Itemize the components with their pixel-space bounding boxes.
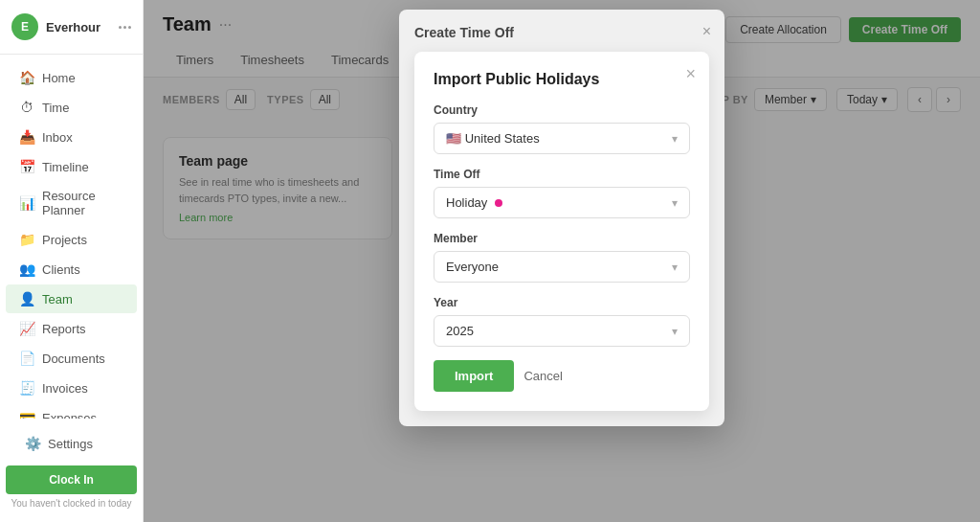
sidebar-item-home[interactable]: 🏠Home [6, 63, 137, 92]
sidebar-item-label: Team [42, 292, 73, 306]
country-select[interactable]: 🇺🇸 United States ▾ [434, 123, 690, 154]
sidebar-item-label: Clients [42, 262, 80, 277]
sidebar-item-projects[interactable]: 📁Projects [6, 225, 137, 254]
sidebar-item-reports[interactable]: 📈Reports [6, 314, 137, 343]
modal-actions: Import Cancel [434, 360, 690, 392]
sidebar-bottom: ⚙️ Settings Clock In You haven't clocked… [0, 419, 143, 522]
sidebar-item-label: Projects [42, 233, 87, 247]
expenses-icon: 💳 [19, 410, 34, 419]
sidebar-item-documents[interactable]: 📄Documents [6, 344, 137, 373]
sidebar: E Everhour 🏠Home⏱Time📥Inbox📅Timeline📊Res… [0, 0, 144, 522]
sidebar-item-invoices[interactable]: 🧾Invoices [6, 374, 137, 402]
chevron-down-icon: ▾ [672, 196, 678, 210]
sidebar-item-team[interactable]: 👤Team [6, 284, 137, 313]
sidebar-item-resource-planner[interactable]: 📊Resource Planner [6, 182, 137, 224]
home-icon: 🏠 [19, 70, 34, 85]
time-icon: ⏱ [19, 100, 34, 115]
sidebar-item-label: Time [42, 101, 69, 115]
time-off-label: Time Off [434, 168, 690, 181]
member-form-group: Member Everyone ▾ [434, 232, 690, 283]
country-value: 🇺🇸 United States [446, 131, 540, 146]
member-label: Member [434, 232, 690, 245]
member-value: Everyone [446, 260, 499, 274]
member-select[interactable]: Everyone ▾ [434, 251, 690, 283]
sidebar-item-timeline[interactable]: 📅Timeline [6, 152, 137, 181]
sidebar-logo: E Everhour [0, 0, 143, 55]
create-time-off-close-button[interactable]: × [702, 23, 711, 40]
resource-planner-icon: 📊 [19, 195, 34, 211]
sidebar-item-label: Inbox [42, 130, 73, 145]
reports-icon: 📈 [19, 321, 34, 336]
sidebar-item-time[interactable]: ⏱Time [6, 93, 137, 122]
import-button[interactable]: Import [434, 360, 514, 392]
clients-icon: 👥 [19, 261, 34, 277]
settings-icon: ⚙️ [25, 436, 40, 451]
sidebar-nav: 🏠Home⏱Time📥Inbox📅Timeline📊Resource Plann… [0, 55, 143, 419]
create-time-off-modal-title: Create Time Off [414, 25, 709, 40]
team-icon: 👤 [19, 291, 34, 306]
sidebar-item-label: Expenses [42, 411, 97, 420]
timeline-icon: 📅 [19, 159, 34, 174]
main-area: Team ··· Create Allocation Create Time O… [144, 0, 980, 522]
year-form-group: Year 2025 ▾ [434, 296, 690, 347]
chevron-down-icon: ▾ [672, 261, 678, 274]
sidebar-item-label: Resource Planner [42, 189, 123, 217]
documents-icon: 📄 [19, 351, 34, 366]
time-off-form-group: Time Off Holiday ▾ [434, 168, 690, 218]
sidebar-item-inbox[interactable]: 📥Inbox [6, 123, 137, 151]
inbox-icon: 📥 [19, 129, 34, 145]
sidebar-item-settings[interactable]: ⚙️ Settings [11, 429, 131, 458]
app-name: Everhour [46, 20, 100, 34]
sidebar-item-label: Home [42, 71, 76, 85]
clock-status-text: You haven't clocked in today [6, 494, 137, 512]
modal-overlay: Create Time Off × Import Public Holidays… [144, 0, 980, 522]
chevron-down-icon: ▾ [672, 132, 678, 146]
settings-label: Settings [48, 437, 93, 451]
sidebar-menu-icon[interactable] [119, 26, 131, 29]
sidebar-item-label: Reports [42, 322, 86, 336]
import-holidays-title: Import Public Holidays [434, 71, 690, 88]
country-form-group: Country 🇺🇸 United States ▾ [434, 103, 690, 154]
year-value: 2025 [446, 324, 474, 338]
chevron-down-icon: ▾ [672, 325, 678, 338]
sidebar-item-label: Invoices [42, 381, 88, 396]
import-holidays-modal: Import Public Holidays × Country 🇺🇸 Unit… [414, 52, 709, 411]
cancel-button[interactable]: Cancel [523, 369, 562, 383]
clock-in-button[interactable]: Clock In [6, 465, 137, 494]
time-off-select[interactable]: Holiday ▾ [434, 187, 690, 218]
country-label: Country [434, 103, 690, 117]
year-select[interactable]: 2025 ▾ [434, 315, 690, 347]
time-off-value: Holiday [446, 195, 502, 210]
year-label: Year [434, 296, 690, 309]
sidebar-item-expenses[interactable]: 💳Expenses [6, 403, 137, 419]
sidebar-item-clients[interactable]: 👥Clients [6, 255, 137, 284]
invoices-icon: 🧾 [19, 380, 34, 396]
projects-icon: 📁 [19, 232, 34, 247]
app-logo-icon: E [11, 13, 38, 40]
create-time-off-modal: Create Time Off × Import Public Holidays… [399, 10, 724, 426]
sidebar-item-label: Documents [42, 352, 105, 366]
import-holidays-close-button[interactable]: × [685, 65, 696, 82]
holiday-color-dot [495, 199, 502, 207]
us-flag-icon: 🇺🇸 [446, 131, 461, 146]
sidebar-item-label: Timeline [42, 160, 89, 174]
